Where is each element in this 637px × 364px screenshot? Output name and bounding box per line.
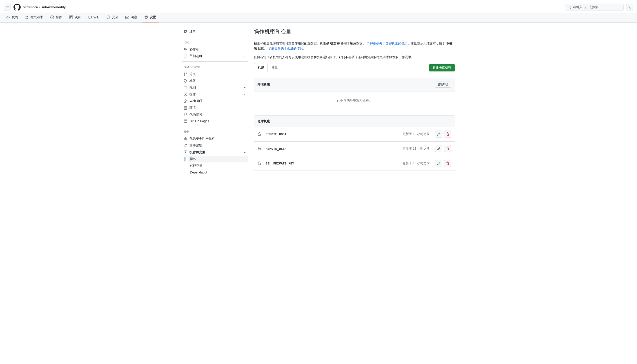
breadcrumb-separator: / <box>39 6 40 9</box>
text-bold: 被加密 <box>330 42 340 45</box>
sidebar-item-label: 机密和变量 <box>190 150 241 154</box>
pencil-icon <box>437 132 441 136</box>
manage-environments-button[interactable]: 管理环境 <box>435 82 451 88</box>
shield-icon <box>107 16 110 19</box>
play-icon <box>184 92 187 96</box>
text: 并用于敏感数据。 <box>340 42 367 45</box>
book-icon <box>88 16 92 19</box>
lock-icon <box>258 147 261 150</box>
tab-insights[interactable]: 洞察 <box>123 12 140 22</box>
tab-actions-label: 操作 <box>56 15 62 19</box>
command-palette-button[interactable] <box>626 4 633 11</box>
sidebar-item-general[interactable]: 通常 <box>182 28 248 35</box>
tab-pulls[interactable]: 拉取请求 <box>23 12 46 22</box>
search-icon <box>567 6 571 9</box>
global-header: ventusoon / sub-web-modify 请键入 / 去搜索 <box>0 0 637 12</box>
delete-secret-button[interactable] <box>444 130 451 138</box>
settings-sidebar: 通常 访问 协作者 节制选项 代码与自动化 分支 标签 <box>182 28 248 179</box>
edit-secret-button[interactable] <box>435 160 442 167</box>
sidebar-subitem-dependabot[interactable]: Dependabot <box>188 169 248 176</box>
sidebar-item-label: 标签 <box>190 79 196 83</box>
sidebar-item-rules[interactable]: 规则 <box>182 84 248 91</box>
tab-variables[interactable]: 变量 <box>268 63 282 72</box>
lock-icon <box>258 162 261 165</box>
sidebar-item-code-security[interactable]: 代码安全性与分析 <box>182 136 248 142</box>
sidebar-item-codespaces[interactable]: 代码空间 <box>182 111 248 118</box>
pencil-icon <box>437 162 441 165</box>
trash-icon <box>446 162 449 165</box>
delete-secret-button[interactable] <box>444 160 451 167</box>
link-learn-more-variables[interactable]: 了解更多关于变量的信息 <box>268 46 303 50</box>
tab-actions[interactable]: 操作 <box>48 12 65 22</box>
breadcrumb-owner[interactable]: ventusoon <box>23 6 38 9</box>
chevron-down-icon <box>243 54 247 58</box>
secret-updated: 更新于 18 小时之前 <box>403 147 430 151</box>
chevron-down-icon <box>243 92 247 96</box>
pencil-icon <box>437 147 441 150</box>
sidebar-item-collaborators[interactable]: 协作者 <box>182 46 248 53</box>
sidebar-item-environments[interactable]: 环境 <box>182 104 248 111</box>
tab-settings[interactable]: 设置 <box>142 12 159 22</box>
pull-request-icon <box>25 16 29 19</box>
intro-paragraph-2: 任何有协作者权限的人都可以使用这些机密和变量进行操作。它们不会被传递到由复刻的拉… <box>254 54 455 60</box>
tab-code-label: 代码 <box>12 15 18 19</box>
environment-secrets-box: 环境机密 管理环境 此仓库的环境暂无机密。 <box>254 78 455 110</box>
secrets-variables-tabs: 机密 变量 <box>254 63 282 72</box>
repo-secrets-title: 仓库机密 <box>258 119 270 123</box>
sidebar-item-secrets-vars[interactable]: 机密和变量 <box>182 149 248 156</box>
tab-projects-label: 项目 <box>75 15 81 19</box>
sidebar-subitem-actions[interactable]: 操作 <box>188 156 248 162</box>
sidebar-item-moderation[interactable]: 节制选项 <box>182 53 248 60</box>
sidebar-heading-security: 安全 <box>182 128 248 136</box>
text: 。变量显示为纯文本，用于 <box>407 42 446 45</box>
tab-security-label: 安全 <box>112 15 118 19</box>
gear-icon <box>184 30 187 33</box>
repo-secrets-box: 仓库机密 REMOTE_HOST更新于 18 小时之前REMOTE_USER更新… <box>254 116 455 171</box>
tab-projects[interactable]: 项目 <box>67 12 84 22</box>
sidebar-subitem-codespaces[interactable]: 代码空间 <box>188 162 248 169</box>
edit-secret-button[interactable] <box>435 145 442 152</box>
branch-icon <box>184 72 187 76</box>
tab-pulls-label: 拉取请求 <box>31 15 43 19</box>
secret-row: REMOTE_HOST更新于 18 小时之前 <box>254 127 455 141</box>
env-secrets-title: 环境机密 <box>258 83 270 87</box>
sidebar-item-tags[interactable]: 标签 <box>182 78 248 84</box>
tab-wiki[interactable]: Wiki <box>86 12 102 22</box>
link-learn-more-secrets[interactable]: 了解更多关于加密机密的信息 <box>367 42 407 45</box>
secret-actions <box>435 160 451 167</box>
secret-row: SSH_PRIVATE_KEY更新于 18 小时之前 <box>254 156 455 170</box>
graph-icon <box>125 16 129 19</box>
sidebar-item-pages[interactable]: GitHub Pages <box>182 118 248 124</box>
tab-wiki-label: Wiki <box>94 16 99 19</box>
sidebar-item-webhooks[interactable]: Web 钩子 <box>182 98 248 104</box>
search-placeholder-suffix: 去搜索 <box>589 5 598 9</box>
sidebar-item-label: 环境 <box>190 106 196 110</box>
search-input[interactable]: 请键入 / 去搜索 <box>565 4 623 11</box>
new-repo-secret-button[interactable]: 新建仓库机密 <box>429 64 455 72</box>
comment-icon <box>184 54 187 58</box>
edit-secret-button[interactable] <box>435 130 442 138</box>
secret-name: REMOTE_HOST <box>266 132 399 136</box>
sidebar-item-branches[interactable]: 分支 <box>182 71 248 78</box>
webhook-icon <box>184 99 187 103</box>
secret-actions <box>435 145 451 152</box>
sidebar-item-deploy-keys[interactable]: 部署密钥 <box>182 142 248 149</box>
github-logo[interactable] <box>14 4 21 11</box>
sidebar-item-label: 规则 <box>190 86 241 90</box>
secret-updated: 更新于 18 小时之前 <box>403 161 430 165</box>
tab-secrets[interactable]: 机密 <box>254 63 268 72</box>
chevron-down-icon <box>243 86 247 90</box>
delete-secret-button[interactable] <box>444 145 451 152</box>
breadcrumb-repo[interactable]: sub-web-modify <box>42 6 66 9</box>
tab-security[interactable]: 安全 <box>104 12 121 22</box>
sidebar-item-actions[interactable]: 操作 <box>182 91 248 98</box>
hamburger-button[interactable] <box>4 4 11 11</box>
text: 秘密和变量允许您管理可重复使用的配置数据。机密是 <box>254 42 330 45</box>
tab-code[interactable]: 代码 <box>4 12 21 22</box>
sidebar-heading-code-auto: 代码与自动化 <box>182 63 248 71</box>
sidebar-heading-access: 访问 <box>182 39 248 46</box>
repo-nav: 代码 拉取请求 操作 项目 Wiki 安全 洞察 设置 <box>0 12 637 23</box>
secret-name: SSH_PRIVATE_KEY <box>266 162 399 165</box>
secret-actions <box>435 130 451 138</box>
asterisk-icon <box>184 150 187 154</box>
